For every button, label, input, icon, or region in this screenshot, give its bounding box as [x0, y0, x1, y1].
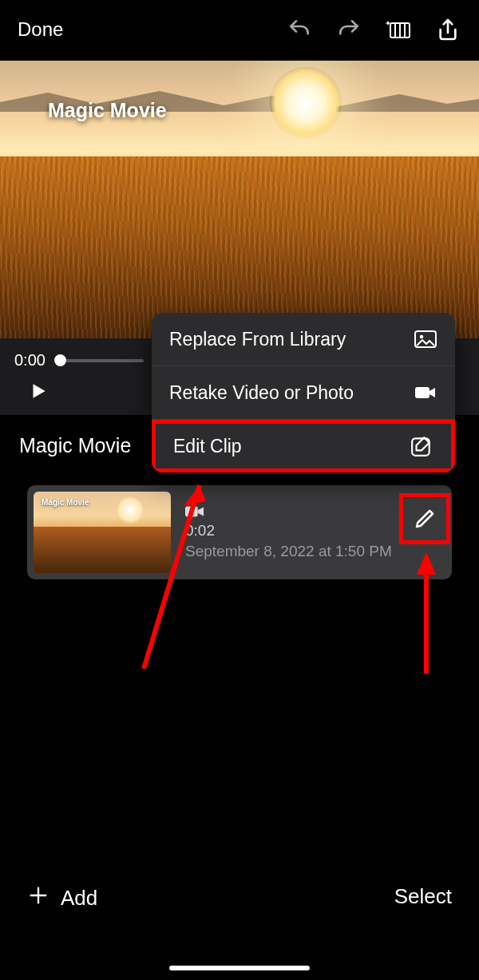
plus-icon: [27, 884, 49, 912]
section-title: Magic Movie: [19, 434, 131, 457]
svg-rect-8: [185, 507, 198, 517]
video-preview[interactable]: Magic Movie: [0, 61, 479, 338]
svg-point-5: [420, 335, 424, 339]
compose-icon: [410, 434, 433, 458]
scrubber-handle[interactable]: [54, 354, 66, 366]
preview-sun: [270, 67, 342, 139]
share-icon[interactable]: [434, 16, 461, 43]
preview-field: [0, 156, 479, 338]
svg-rect-6: [415, 387, 430, 398]
timecode: 0:00: [14, 351, 46, 369]
add-label: Add: [61, 886, 97, 911]
undo-icon[interactable]: [286, 16, 313, 43]
top-toolbar: Done: [0, 8, 479, 51]
video-camera-icon: [414, 381, 437, 405]
redo-icon[interactable]: [335, 16, 362, 43]
screen: Done: [0, 0, 479, 980]
clip-thumb-label: Magic Movie: [42, 498, 89, 507]
menu-replace-from-library[interactable]: Replace From Library: [152, 313, 455, 366]
pencil-icon: [413, 507, 437, 531]
bottom-bar: Add Select: [0, 863, 479, 980]
clip-datetime: September 8, 2022 at 1:50 PM: [185, 543, 441, 560]
home-indicator: [169, 966, 310, 970]
scrubber[interactable]: [56, 359, 144, 362]
menu-retake-label: Retake Video or Photo: [169, 382, 354, 404]
menu-edit-clip[interactable]: Edit Clip: [152, 420, 455, 472]
add-button[interactable]: Add: [27, 884, 97, 912]
play-button[interactable]: [26, 378, 51, 404]
menu-edit-label: Edit Clip: [173, 436, 242, 457]
clip-card[interactable]: Magic Movie 0:02 September 8, 2022 at 1:…: [27, 485, 452, 579]
toolbar-actions: [286, 16, 461, 43]
video-icon: [185, 504, 204, 519]
done-button[interactable]: Done: [18, 18, 63, 41]
enhance-icon[interactable]: [385, 16, 412, 43]
menu-retake[interactable]: Retake Video or Photo: [152, 366, 455, 419]
select-button[interactable]: Select: [394, 884, 452, 909]
clip-thumbnail: Magic Movie: [34, 492, 171, 573]
clip-context-menu: Replace From Library Retake Video or Pho…: [152, 313, 455, 472]
preview-title: Magic Movie: [48, 99, 167, 122]
photo-icon: [414, 327, 437, 351]
edit-pencil-button[interactable]: [399, 493, 450, 544]
menu-replace-label: Replace From Library: [169, 329, 346, 350]
